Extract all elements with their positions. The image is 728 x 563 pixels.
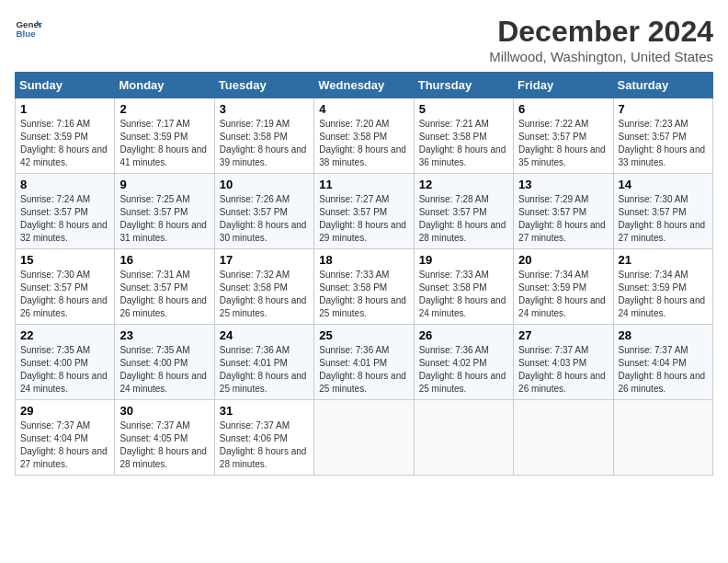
day-number: 1: [20, 102, 109, 116]
calendar-cell: [514, 400, 613, 476]
day-number: 24: [220, 328, 309, 342]
calendar-cell: 14Sunrise: 7:30 AMSunset: 3:57 PMDayligh…: [613, 174, 712, 249]
day-info: Sunrise: 7:37 AMSunset: 4:04 PMDaylight:…: [20, 420, 108, 469]
column-header-saturday: Saturday: [613, 73, 712, 98]
calendar-cell: 16Sunrise: 7:31 AMSunset: 3:57 PMDayligh…: [115, 249, 214, 325]
column-header-thursday: Thursday: [414, 73, 513, 98]
day-info: Sunrise: 7:36 AMSunset: 4:01 PMDaylight:…: [220, 345, 307, 394]
day-number: 22: [20, 328, 109, 342]
calendar-cell: 28Sunrise: 7:37 AMSunset: 4:04 PMDayligh…: [613, 325, 712, 400]
day-number: 11: [319, 178, 408, 191]
calendar-cell: 17Sunrise: 7:32 AMSunset: 3:58 PMDayligh…: [214, 249, 313, 325]
header-row: SundayMondayTuesdayWednesdayThursdayFrid…: [16, 73, 713, 98]
day-number: 18: [319, 253, 408, 267]
day-info: Sunrise: 7:19 AMSunset: 3:58 PMDaylight:…: [220, 119, 307, 167]
day-info: Sunrise: 7:27 AMSunset: 3:57 PMDaylight:…: [319, 194, 406, 243]
logo: General Blue: [15, 15, 42, 42]
day-number: 5: [419, 102, 508, 116]
calendar-cell: 20Sunrise: 7:34 AMSunset: 3:59 PMDayligh…: [514, 249, 613, 325]
day-info: Sunrise: 7:32 AMSunset: 3:58 PMDaylight:…: [220, 270, 307, 318]
day-number: 6: [518, 102, 608, 116]
day-number: 2: [119, 102, 209, 116]
calendar-cell: 21Sunrise: 7:34 AMSunset: 3:59 PMDayligh…: [613, 249, 712, 325]
calendar-cell: 25Sunrise: 7:36 AMSunset: 4:01 PMDayligh…: [314, 325, 414, 400]
title-area: December 2024 Millwood, Washington, Unit…: [489, 15, 713, 64]
day-info: Sunrise: 7:34 AMSunset: 3:59 PMDaylight:…: [518, 270, 606, 318]
day-number: 29: [20, 404, 109, 418]
column-header-monday: Monday: [115, 73, 214, 98]
day-number: 31: [220, 404, 309, 418]
day-info: Sunrise: 7:25 AMSunset: 3:57 PMDaylight:…: [119, 194, 207, 243]
calendar-cell: 3Sunrise: 7:19 AMSunset: 3:58 PMDaylight…: [214, 98, 313, 174]
calendar-cell: 12Sunrise: 7:28 AMSunset: 3:57 PMDayligh…: [414, 174, 513, 249]
calendar-table: SundayMondayTuesdayWednesdayThursdayFrid…: [15, 72, 713, 476]
calendar-cell: 1Sunrise: 7:16 AMSunset: 3:59 PMDaylight…: [16, 98, 115, 174]
day-number: 13: [518, 178, 608, 191]
calendar-cell: 10Sunrise: 7:26 AMSunset: 3:57 PMDayligh…: [214, 174, 313, 249]
day-info: Sunrise: 7:33 AMSunset: 3:58 PMDaylight:…: [419, 270, 506, 318]
calendar-cell: 15Sunrise: 7:30 AMSunset: 3:57 PMDayligh…: [16, 249, 115, 325]
day-info: Sunrise: 7:35 AMSunset: 4:00 PMDaylight:…: [119, 345, 207, 394]
day-info: Sunrise: 7:17 AMSunset: 3:59 PMDaylight:…: [119, 119, 207, 167]
day-info: Sunrise: 7:35 AMSunset: 4:00 PMDaylight:…: [20, 345, 108, 394]
calendar-cell: 30Sunrise: 7:37 AMSunset: 4:05 PMDayligh…: [115, 400, 214, 476]
day-info: Sunrise: 7:23 AMSunset: 3:57 PMDaylight:…: [619, 119, 706, 167]
page-title: December 2024: [489, 15, 713, 49]
day-number: 3: [220, 102, 309, 116]
day-number: 20: [518, 253, 608, 267]
day-info: Sunrise: 7:28 AMSunset: 3:57 PMDaylight:…: [419, 194, 506, 243]
day-number: 19: [419, 253, 508, 267]
day-number: 17: [220, 253, 309, 267]
calendar-cell: 29Sunrise: 7:37 AMSunset: 4:04 PMDayligh…: [16, 400, 115, 476]
week-row: 8Sunrise: 7:24 AMSunset: 3:57 PMDaylight…: [16, 174, 713, 249]
day-number: 14: [619, 178, 708, 191]
calendar-cell: [314, 400, 414, 476]
day-number: 21: [619, 253, 708, 267]
day-info: Sunrise: 7:24 AMSunset: 3:57 PMDaylight:…: [20, 194, 108, 243]
day-number: 4: [319, 102, 408, 116]
day-info: Sunrise: 7:29 AMSunset: 3:57 PMDaylight:…: [518, 194, 606, 243]
calendar-cell: 26Sunrise: 7:36 AMSunset: 4:02 PMDayligh…: [414, 325, 513, 400]
calendar-cell: 27Sunrise: 7:37 AMSunset: 4:03 PMDayligh…: [514, 325, 613, 400]
calendar-cell: 24Sunrise: 7:36 AMSunset: 4:01 PMDayligh…: [214, 325, 313, 400]
calendar-cell: 5Sunrise: 7:21 AMSunset: 3:58 PMDaylight…: [414, 98, 513, 174]
day-info: Sunrise: 7:30 AMSunset: 3:57 PMDaylight:…: [619, 194, 706, 243]
day-number: 9: [119, 178, 209, 191]
day-info: Sunrise: 7:26 AMSunset: 3:57 PMDaylight:…: [220, 194, 307, 243]
calendar-cell: 11Sunrise: 7:27 AMSunset: 3:57 PMDayligh…: [314, 174, 414, 249]
day-info: Sunrise: 7:31 AMSunset: 3:57 PMDaylight:…: [119, 270, 207, 318]
day-info: Sunrise: 7:21 AMSunset: 3:58 PMDaylight:…: [419, 119, 506, 167]
day-info: Sunrise: 7:30 AMSunset: 3:57 PMDaylight:…: [20, 270, 108, 318]
day-number: 16: [119, 253, 209, 267]
day-info: Sunrise: 7:34 AMSunset: 3:59 PMDaylight:…: [619, 270, 706, 318]
day-number: 26: [419, 328, 508, 342]
calendar-cell: [613, 400, 712, 476]
day-number: 23: [119, 328, 209, 342]
calendar-cell: 13Sunrise: 7:29 AMSunset: 3:57 PMDayligh…: [514, 174, 613, 249]
day-info: Sunrise: 7:22 AMSunset: 3:57 PMDaylight:…: [518, 119, 606, 167]
calendar-cell: 7Sunrise: 7:23 AMSunset: 3:57 PMDaylight…: [613, 98, 712, 174]
day-number: 10: [220, 178, 309, 191]
calendar-cell: 22Sunrise: 7:35 AMSunset: 4:00 PMDayligh…: [16, 325, 115, 400]
day-number: 8: [20, 178, 109, 191]
calendar-cell: 9Sunrise: 7:25 AMSunset: 3:57 PMDaylight…: [115, 174, 214, 249]
day-number: 25: [319, 328, 408, 342]
calendar-cell: 19Sunrise: 7:33 AMSunset: 3:58 PMDayligh…: [414, 249, 513, 325]
day-number: 7: [619, 102, 708, 116]
day-info: Sunrise: 7:36 AMSunset: 4:02 PMDaylight:…: [419, 345, 506, 394]
column-header-friday: Friday: [514, 73, 613, 98]
calendar-cell: 18Sunrise: 7:33 AMSunset: 3:58 PMDayligh…: [314, 249, 414, 325]
day-number: 28: [619, 328, 708, 342]
column-header-tuesday: Tuesday: [214, 73, 313, 98]
day-info: Sunrise: 7:20 AMSunset: 3:58 PMDaylight:…: [319, 119, 406, 167]
day-number: 12: [419, 178, 508, 191]
week-row: 15Sunrise: 7:30 AMSunset: 3:57 PMDayligh…: [16, 249, 713, 325]
week-row: 29Sunrise: 7:37 AMSunset: 4:04 PMDayligh…: [16, 400, 713, 476]
calendar-cell: 8Sunrise: 7:24 AMSunset: 3:57 PMDaylight…: [16, 174, 115, 249]
svg-text:Blue: Blue: [17, 29, 37, 39]
day-info: Sunrise: 7:33 AMSunset: 3:58 PMDaylight:…: [319, 270, 406, 318]
day-info: Sunrise: 7:36 AMSunset: 4:01 PMDaylight:…: [319, 345, 406, 394]
column-header-sunday: Sunday: [16, 73, 115, 98]
day-info: Sunrise: 7:37 AMSunset: 4:06 PMDaylight:…: [220, 420, 307, 469]
day-number: 27: [518, 328, 608, 342]
